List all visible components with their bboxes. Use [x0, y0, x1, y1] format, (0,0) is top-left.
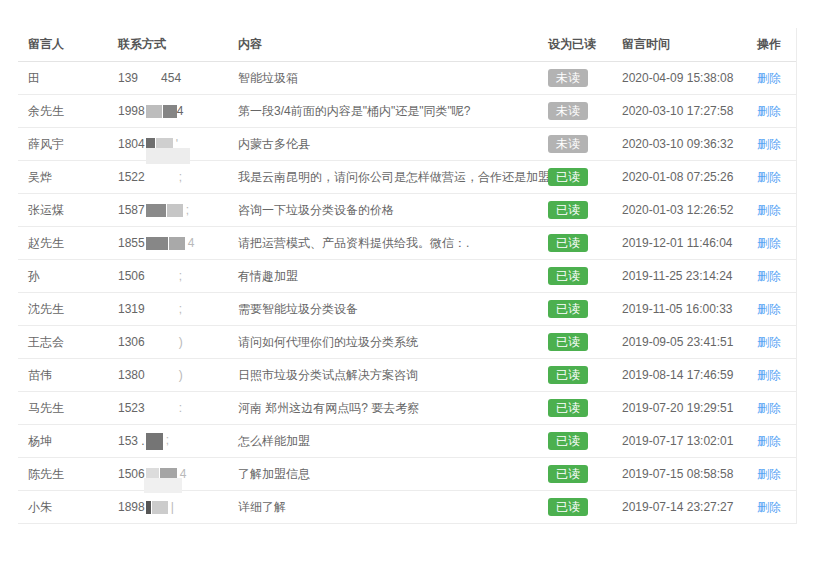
read-status-badge[interactable]: 已读 — [548, 234, 588, 252]
message-time: 2019-11-05 16:00:33 — [612, 293, 747, 326]
read-status-badge[interactable]: 已读 — [548, 498, 588, 516]
contact-prefix: 1998 — [118, 104, 145, 118]
contact-faint-residue: ; — [179, 269, 182, 283]
action-cell: 删除 — [747, 194, 796, 227]
delete-link[interactable]: 删除 — [757, 401, 781, 415]
contact-number-redacted: 19984 — [108, 95, 228, 128]
message-content: 河南 郑州这边有网点吗? 要去考察 — [228, 392, 538, 425]
contact-number-redacted: 1506; — [108, 260, 228, 293]
contact-prefix: 1587 — [118, 203, 145, 217]
delete-link[interactable]: 删除 — [757, 500, 781, 514]
contact-number-redacted: 1898| — [108, 491, 228, 524]
column-header-contact: 联系方式 — [108, 28, 228, 62]
table-row: 田139454智能垃圾箱未读2020-04-09 15:38:08删除 — [18, 62, 796, 95]
commenter-name: 孙 — [18, 260, 108, 293]
redaction-block — [146, 270, 176, 283]
message-time: 2020-03-10 09:36:32 — [612, 128, 747, 161]
column-header-status: 设为已读 — [538, 28, 612, 62]
contact-prefix: 1804 — [118, 137, 145, 151]
delete-link[interactable]: 删除 — [757, 467, 781, 481]
status-cell: 已读 — [538, 359, 612, 392]
message-time: 2020-03-10 17:27:58 — [612, 95, 747, 128]
status-cell: 未读 — [538, 128, 612, 161]
contact-suffix: 4 — [177, 104, 184, 118]
delete-link[interactable]: 删除 — [757, 203, 781, 217]
table-row: 余先生19984第一段3/4前面的内容是"桶内"还是"同类"呢?未读2020-0… — [18, 95, 796, 128]
delete-link[interactable]: 删除 — [757, 170, 781, 184]
status-cell: 已读 — [538, 194, 612, 227]
delete-link[interactable]: 删除 — [757, 335, 781, 349]
message-table-container: 留言人联系方式内容设为已读留言时间操作 田139454智能垃圾箱未读2020-0… — [18, 28, 797, 524]
message-content: 有情趣加盟 — [228, 260, 538, 293]
read-status-badge[interactable]: 已读 — [548, 465, 588, 483]
read-status-badge[interactable]: 已读 — [548, 201, 588, 219]
read-status-badge[interactable]: 已读 — [548, 168, 588, 186]
unread-status-badge[interactable]: 未读 — [548, 102, 588, 120]
commenter-name: 苗伟 — [18, 359, 108, 392]
read-status-badge[interactable]: 已读 — [548, 399, 588, 417]
contact-suffix: 454 — [161, 71, 181, 85]
contact-faint-residue: 4 — [188, 236, 195, 250]
read-status-badge[interactable]: 已读 — [548, 300, 588, 318]
commenter-name: 沈先生 — [18, 293, 108, 326]
unread-status-badge[interactable]: 未读 — [548, 69, 588, 87]
delete-link[interactable]: 删除 — [757, 236, 781, 250]
status-cell: 已读 — [538, 491, 612, 524]
redaction-block — [146, 402, 176, 415]
message-time: 2019-07-17 13:02:01 — [612, 425, 747, 458]
contact-prefix: 1855 — [118, 236, 145, 250]
table-header: 留言人联系方式内容设为已读留言时间操作 — [18, 28, 796, 62]
message-content: 第一段3/4前面的内容是"桶内"还是"同类"呢? — [228, 95, 538, 128]
status-cell: 已读 — [538, 458, 612, 491]
table-row: 赵先生18554请把运营模式、产品资料提供给我。微信：.已读2019-12-01… — [18, 227, 796, 260]
contact-number-redacted: 18554 — [108, 227, 228, 260]
action-cell: 删除 — [747, 227, 796, 260]
column-header-time: 留言时间 — [612, 28, 747, 62]
contact-number-redacted: 1523: — [108, 392, 228, 425]
message-content: 请问如何代理你们的垃圾分类系统 — [228, 326, 538, 359]
action-cell: 删除 — [747, 491, 796, 524]
redaction-block-overflow — [144, 478, 182, 493]
message-table: 留言人联系方式内容设为已读留言时间操作 田139454智能垃圾箱未读2020-0… — [18, 28, 796, 524]
column-header-content: 内容 — [228, 28, 538, 62]
unread-status-badge[interactable]: 未读 — [548, 135, 588, 153]
read-status-badge[interactable]: 已读 — [548, 366, 588, 384]
redaction-block — [146, 303, 176, 316]
message-content: 怎么样能加盟 — [228, 425, 538, 458]
table-row: 小朱1898|详细了解已读2019-07-14 23:27:27删除 — [18, 491, 796, 524]
contact-number-redacted: 15064 — [108, 458, 228, 491]
table-row: 吴烨1522;我是云南昆明的，请问你公司是怎样做营运，合作还是加盟已读2020-… — [18, 161, 796, 194]
contact-number-redacted: 139454 — [108, 62, 228, 95]
message-time: 2020-01-08 07:25:26 — [612, 161, 747, 194]
redaction-block — [146, 204, 166, 217]
redaction-block — [146, 369, 176, 382]
delete-link[interactable]: 删除 — [757, 104, 781, 118]
table-row: 孙1506;有情趣加盟已读2019-11-25 23:14:24删除 — [18, 260, 796, 293]
read-status-badge[interactable]: 已读 — [548, 333, 588, 351]
message-content: 了解加盟信息 — [228, 458, 538, 491]
delete-link[interactable]: 删除 — [757, 137, 781, 151]
contact-prefix: 153 . — [118, 433, 145, 447]
contact-faint-residue: ; — [186, 203, 189, 217]
header-row: 留言人联系方式内容设为已读留言时间操作 — [18, 28, 796, 62]
status-cell: 已读 — [538, 227, 612, 260]
delete-link[interactable]: 删除 — [757, 71, 781, 85]
action-cell: 删除 — [747, 161, 796, 194]
delete-link[interactable]: 删除 — [757, 302, 781, 316]
delete-link[interactable]: 删除 — [757, 269, 781, 283]
table-row: 沈先生1319;需要智能垃圾分类设备已读2019-11-05 16:00:33删… — [18, 293, 796, 326]
status-cell: 已读 — [538, 392, 612, 425]
table-row: 王志会1306)请问如何代理你们的垃圾分类系统已读2019-09-05 23:4… — [18, 326, 796, 359]
delete-link[interactable]: 删除 — [757, 368, 781, 382]
delete-link[interactable]: 删除 — [757, 434, 781, 448]
redaction-block-overflow — [146, 148, 190, 164]
read-status-badge[interactable]: 已读 — [548, 267, 588, 285]
column-header-action: 操作 — [747, 28, 796, 62]
contact-prefix: 1306 — [118, 335, 145, 349]
contact-prefix: 139 — [118, 71, 138, 85]
status-cell: 已读 — [538, 161, 612, 194]
commenter-name: 小朱 — [18, 491, 108, 524]
redaction-block — [163, 105, 177, 118]
table-body: 田139454智能垃圾箱未读2020-04-09 15:38:08删除余先生19… — [18, 62, 796, 524]
read-status-badge[interactable]: 已读 — [548, 432, 588, 450]
